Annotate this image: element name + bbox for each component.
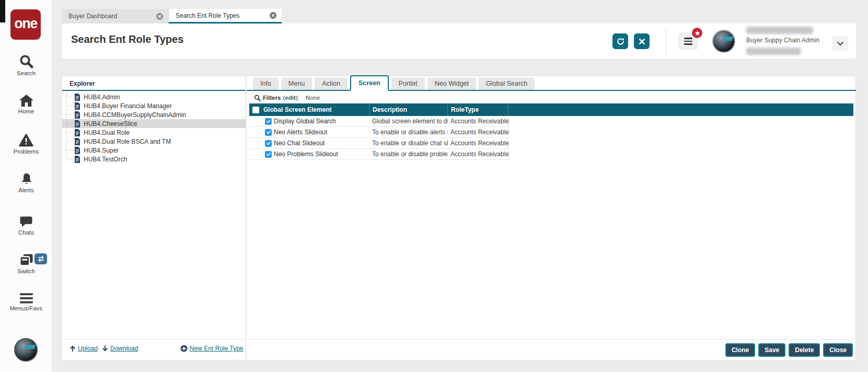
cell-element: Neo Problems Slideout (274, 150, 338, 158)
tree-item-selected[interactable]: HUB4.CheeseSlice (62, 119, 246, 128)
explorer-panel: Explorer HUB4.Admin HUB4.Buyer Financial… (62, 76, 246, 360)
filters-label: Filters (263, 95, 281, 101)
tab-close-icon[interactable] (270, 12, 276, 19)
chevron-down-icon (837, 42, 843, 45)
tree-item[interactable]: HUB4.Admin (62, 92, 246, 101)
chat-bubble-icon (0, 216, 52, 228)
favorites-badge (692, 28, 702, 38)
ent-role-type-tree: HUB4.Admin HUB4.Buyer Financial Manager … (62, 92, 246, 164)
refresh-icon (616, 37, 625, 46)
sidebar-item-menus-favs[interactable]: Menus/Favs (0, 293, 52, 311)
select-all-checkbox[interactable] (252, 107, 259, 113)
upload-link[interactable]: Upload (70, 345, 98, 352)
action-button-group: Clone Save Delete Close (725, 343, 853, 357)
document-icon (74, 120, 80, 127)
close-page-button[interactable] (634, 33, 650, 49)
close-button[interactable]: Close (823, 343, 853, 357)
sidebar-item-search[interactable]: Search (0, 54, 52, 76)
close-icon (639, 38, 645, 45)
document-icon (74, 156, 80, 163)
logo-text: one (14, 16, 37, 31)
cell-description: To enable or disable problen (369, 150, 448, 158)
cell-role-type: Accounts Receivable (448, 118, 508, 125)
row-checkbox-checked[interactable] (265, 140, 272, 147)
sidebar-avatar[interactable] (14, 338, 38, 362)
cell-role-type: Accounts Receivable (448, 140, 508, 147)
clone-button[interactable]: Clone (725, 343, 755, 357)
global-menu-button[interactable] (678, 32, 698, 50)
download-arrow-icon (102, 345, 108, 352)
row-checkbox-checked[interactable] (265, 118, 272, 125)
download-link[interactable]: Download (102, 345, 138, 352)
sidebar-item-alerts[interactable]: Alerts (0, 172, 52, 193)
cell-element: Neo Chat Slideout (274, 140, 325, 147)
filters-edit-link[interactable]: edit (285, 95, 295, 101)
tab-menu[interactable]: Menu (281, 78, 312, 90)
table-row[interactable]: Neo Alerts Slideout To enable or disable… (249, 127, 509, 138)
user-role-label: Buyer Suppy Chain Admin (746, 37, 819, 44)
warning-triangle-icon (0, 134, 52, 147)
sidebar-item-label: Problems (0, 148, 52, 155)
cell-role-type: Accounts Receivable (448, 150, 508, 158)
tree-item-label: HUB4.Buyer Financial Manager (84, 102, 172, 110)
redacted-user-name (746, 27, 813, 34)
robot-avatar-image (712, 30, 735, 53)
page-tab-search-ent-role-types[interactable]: Search Ent Role Types (169, 9, 282, 24)
sidebar-item-label: Menus/Favs (0, 305, 52, 311)
hamburger-icon (684, 38, 692, 39)
cell-description: To enable or disable alerts sl (369, 129, 448, 136)
tab-close-icon[interactable] (156, 13, 163, 20)
sidebar-item-chats[interactable]: Chats (0, 216, 52, 236)
sidebar-item-switch[interactable]: Switch (0, 253, 52, 274)
tree-item[interactable]: HUB4.Buyer Financial Manager (62, 101, 246, 110)
filter-magnifier-icon (254, 95, 261, 101)
new-ent-role-type-link[interactable]: New Ent Role Type (180, 345, 244, 352)
tree-item[interactable]: HUB4.CCMBuyerSupplyChainAdmin (62, 110, 246, 119)
one-network-logo[interactable]: one (10, 9, 41, 40)
sidebar-item-label: Alerts (0, 187, 52, 193)
table-row[interactable]: Display Global Search Global screen elem… (249, 116, 509, 127)
grid-header-row: Global Screen Element Description RoleTy… (249, 103, 853, 116)
bell-icon (0, 172, 52, 185)
document-icon (74, 138, 80, 145)
tree-item[interactable]: HUB4.Dual Role BSCA and TM (62, 137, 246, 146)
hamburger-icon (0, 293, 52, 304)
delete-button[interactable]: Delete (789, 343, 820, 357)
page-tab-label: Buyer Dashboard (68, 13, 117, 20)
user-avatar[interactable] (712, 30, 735, 53)
tree-item-label: HUB4.TestOrch (84, 156, 127, 163)
save-button[interactable]: Save (758, 343, 785, 357)
main-content: Explorer HUB4.Admin HUB4.Buyer Financial… (62, 76, 856, 361)
tree-item[interactable]: HUB4.TestOrch (62, 155, 246, 164)
redacted-user-org (746, 48, 801, 55)
page-tab-buyer-dashboard[interactable]: Buyer Dashboard (62, 9, 169, 24)
page-header: Search Ent Role Types Buyer Suppy Chain … (62, 24, 856, 59)
tab-screen[interactable]: Screen (350, 75, 389, 91)
tab-neo-widget[interactable]: Neo Widget (427, 78, 476, 90)
page-tab-label: Search Ent Role Types (176, 12, 240, 19)
tree-item-label: HUB4.CheeseSlice (84, 120, 137, 127)
table-row[interactable]: Neo Chat Slideout To enable or disable c… (249, 138, 509, 149)
tab-action[interactable]: Action (315, 78, 348, 90)
tab-portlet[interactable]: Portlet (391, 78, 425, 90)
sidebar-item-label: Chats (0, 229, 52, 236)
filters-bar: Filters (edit): None (254, 94, 320, 102)
sidebar-item-label: Home (0, 108, 52, 114)
row-checkbox-checked[interactable] (265, 129, 272, 136)
tab-global-search[interactable]: Global Search (479, 78, 535, 90)
row-checkbox-checked[interactable] (265, 151, 272, 158)
switch-role-badge[interactable] (34, 253, 47, 264)
tab-info[interactable]: Info (253, 78, 279, 90)
table-row[interactable]: Neo Problems Slideout To enable or disab… (249, 149, 509, 160)
user-menu-dropdown-button[interactable] (832, 36, 848, 51)
document-icon (74, 94, 80, 101)
user-info: Buyer Suppy Chain Admin (745, 25, 837, 57)
refresh-button[interactable] (612, 33, 628, 49)
tree-item[interactable]: HUB4.Super (62, 146, 246, 155)
tree-item[interactable]: HUB4.Dual Role (62, 128, 246, 137)
detail-tab-bar: Info Menu Action Screen Portlet Neo Widg… (247, 76, 856, 91)
sidebar-item-problems[interactable]: Problems (0, 134, 52, 155)
window-corner-notch (0, 0, 5, 22)
sidebar-item-home[interactable]: Home (0, 95, 52, 114)
column-header: Global Screen Element (263, 106, 332, 113)
